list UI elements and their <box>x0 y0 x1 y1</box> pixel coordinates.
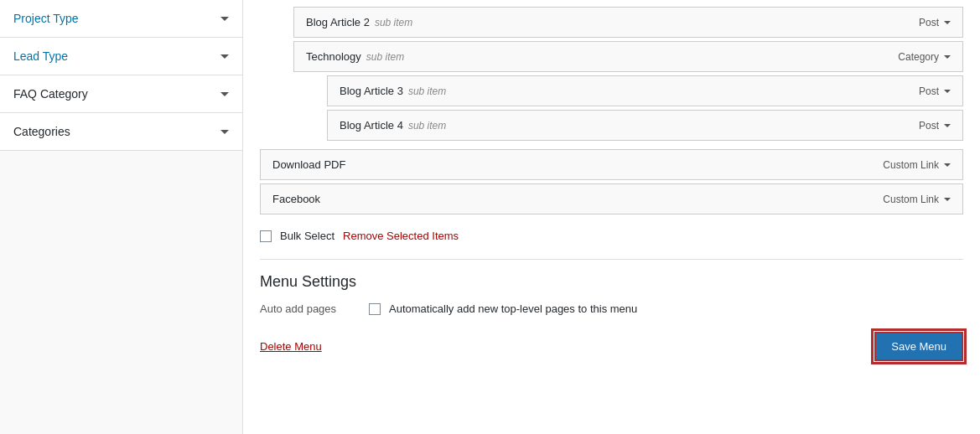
mini-chevron-down-icon <box>944 163 951 167</box>
sidebar-item-faq-category[interactable]: FAQ Category <box>0 75 242 113</box>
menu-item-name: Download PDF <box>272 158 345 171</box>
sidebar-item-project-type[interactable]: Project Type <box>0 0 242 38</box>
menu-settings-title: Menu Settings <box>260 273 963 291</box>
menu-item-type: Custom Link <box>883 194 939 205</box>
menu-item-name: Blog Article 4 <box>340 119 403 132</box>
menu-item-right: Category <box>898 51 951 63</box>
mini-chevron-down-icon <box>944 21 951 24</box>
chevron-down-icon <box>220 17 229 21</box>
sidebar-item-label: Categories <box>13 125 70 138</box>
menu-item-subtype: sub item <box>375 17 412 28</box>
sidebar-item-lead-type[interactable]: Lead Type <box>0 38 242 75</box>
menu-item-technology[interactable]: Technology sub item Category <box>293 41 963 72</box>
menu-item-name: Blog Article 3 <box>340 85 403 97</box>
menu-item-blog-article-2[interactable]: Blog Article 2 sub item Post <box>293 7 963 38</box>
sidebar-item-label: Lead Type <box>13 49 68 63</box>
bulk-select-row: Bulk Select Remove Selected Items <box>260 230 963 242</box>
chevron-down-icon <box>220 130 229 134</box>
menu-item-right: Post <box>919 120 951 132</box>
menu-item-type: Custom Link <box>883 159 939 171</box>
mini-chevron-down-icon <box>944 55 951 59</box>
menu-item-left: Download PDF <box>272 158 345 171</box>
menu-items-container: Blog Article 2 sub item Post Technology … <box>260 0 963 214</box>
delete-menu-link[interactable]: Delete Menu <box>260 340 322 353</box>
menu-item-name: Facebook <box>272 193 320 205</box>
auto-add-pages-text: Automatically add new top-level pages to… <box>389 302 637 315</box>
menu-item-facebook[interactable]: Facebook Custom Link <box>260 183 963 214</box>
footer-row: Delete Menu Save Menu <box>260 332 963 361</box>
separator <box>260 259 963 260</box>
chevron-down-icon <box>220 54 229 59</box>
menu-item-type: Category <box>898 51 939 63</box>
menu-item-left: Facebook <box>272 193 320 205</box>
menu-item-subtype: sub item <box>408 85 446 97</box>
sidebar: Project Type Lead Type FAQ Category Cate… <box>0 0 243 434</box>
main-content: Blog Article 2 sub item Post Technology … <box>243 0 980 434</box>
auto-add-pages-row: Auto add pages Automatically add new top… <box>260 302 963 315</box>
mini-chevron-down-icon <box>944 124 951 127</box>
menu-item-type: Post <box>919 120 939 132</box>
menu-item-name: Blog Article 2 <box>306 16 370 28</box>
menu-item-left: Technology sub item <box>306 50 404 63</box>
menu-item-type: Post <box>919 85 939 97</box>
menu-item-left: Blog Article 2 sub item <box>306 16 412 28</box>
menu-item-subtype: sub item <box>408 120 446 132</box>
sidebar-item-label: FAQ Category <box>13 87 88 101</box>
menu-item-left: Blog Article 3 sub item <box>340 85 446 97</box>
sidebar-item-categories[interactable]: Categories <box>0 113 242 151</box>
auto-add-pages-label: Auto add pages <box>260 302 360 315</box>
mini-chevron-down-icon <box>944 198 951 201</box>
menu-item-right: Custom Link <box>883 159 951 171</box>
menu-item-type: Post <box>919 17 939 28</box>
bulk-select-checkbox[interactable] <box>260 230 272 242</box>
menu-item-left: Blog Article 4 sub item <box>340 119 446 132</box>
menu-settings: Menu Settings Auto add pages Automatical… <box>260 273 963 315</box>
menu-item-blog-article-4[interactable]: Blog Article 4 sub item Post <box>327 110 963 141</box>
menu-item-download-pdf[interactable]: Download PDF Custom Link <box>260 149 963 180</box>
bulk-select-label: Bulk Select <box>280 230 334 242</box>
menu-item-name: Technology <box>306 50 361 63</box>
menu-item-right: Post <box>919 17 951 28</box>
menu-item-blog-article-3[interactable]: Blog Article 3 sub item Post <box>327 75 963 106</box>
chevron-down-icon <box>220 92 229 96</box>
menu-item-right: Post <box>919 85 951 97</box>
save-menu-button[interactable]: Save Menu <box>874 332 963 361</box>
mini-chevron-down-icon <box>944 90 951 93</box>
auto-add-pages-checkbox[interactable] <box>369 303 381 315</box>
sidebar-item-label: Project Type <box>13 12 79 25</box>
menu-item-right: Custom Link <box>883 194 951 205</box>
menu-item-subtype: sub item <box>366 51 404 63</box>
remove-selected-link[interactable]: Remove Selected Items <box>343 230 459 242</box>
